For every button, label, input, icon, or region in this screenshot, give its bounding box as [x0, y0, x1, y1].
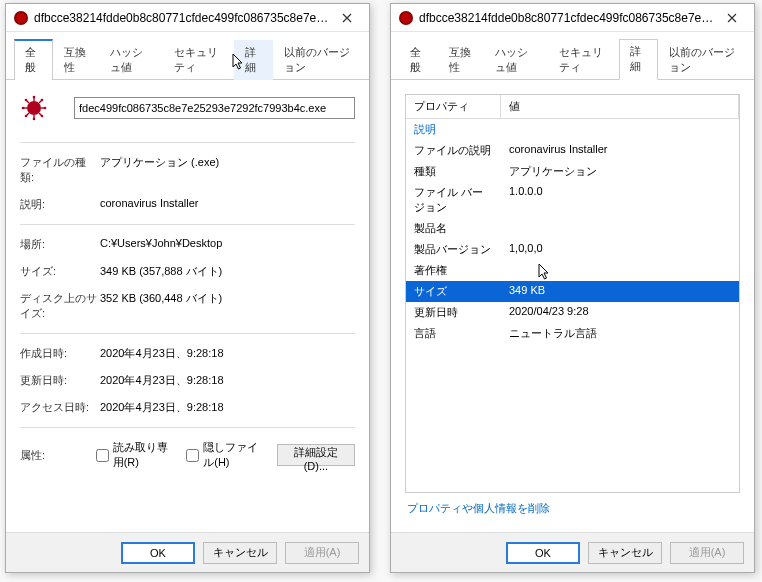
- tab-security[interactable]: セキュリティ: [548, 40, 620, 80]
- label-modified: 更新日時:: [20, 373, 100, 388]
- dialog-footer: OK キャンセル 適用(A): [391, 532, 754, 572]
- tab-prev[interactable]: 以前のバージョン: [658, 40, 746, 80]
- label-sizeondisk: ディスク上のサイズ:: [20, 291, 100, 321]
- window-title: dfbcce38214fdde0b8c80771cfdec499fc086735…: [419, 11, 714, 25]
- svg-point-0: [27, 101, 41, 115]
- close-button[interactable]: [714, 6, 750, 30]
- row-product[interactable]: 製品名: [406, 218, 739, 239]
- virus-icon: [21, 95, 47, 121]
- section-description: 説明: [406, 119, 739, 140]
- row-file-desc[interactable]: ファイルの説明coronavirus Installer: [406, 140, 739, 161]
- app-icon: [399, 11, 413, 25]
- window-title: dfbcce38214fdde0b8c80771cfdec499fc086735…: [34, 11, 329, 25]
- col-property[interactable]: プロパティ: [406, 95, 501, 118]
- label-accessed: アクセス日時:: [20, 400, 100, 415]
- svg-point-10: [33, 118, 36, 121]
- checkbox-hidden[interactable]: 隠しファイル(H): [186, 440, 267, 470]
- svg-point-9: [33, 96, 36, 99]
- label-location: 場所:: [20, 237, 100, 252]
- value-sizeondisk: 352 KB (360,448 バイト): [100, 291, 355, 321]
- svg-point-14: [41, 115, 44, 118]
- tab-general[interactable]: 全般: [14, 39, 53, 80]
- label-desc: 説明:: [20, 197, 100, 212]
- tab-bar: 全般 互換性 ハッシュ値 セキュリティ 詳細 以前のバージョン: [6, 32, 369, 80]
- tab-compat[interactable]: 互換性: [53, 40, 100, 80]
- tab-compat[interactable]: 互換性: [438, 40, 485, 80]
- col-value[interactable]: 値: [501, 95, 739, 118]
- value-location: C:¥Users¥John¥Desktop: [100, 237, 355, 252]
- label-size: サイズ:: [20, 264, 100, 279]
- filename-input[interactable]: [74, 97, 355, 119]
- tab-general[interactable]: 全般: [399, 40, 438, 80]
- label-attrs: 属性:: [20, 448, 86, 463]
- tab-details[interactable]: 詳細: [619, 39, 658, 80]
- svg-point-16: [25, 115, 28, 118]
- ok-button[interactable]: OK: [121, 542, 195, 564]
- details-grid[interactable]: プロパティ 値 説明 ファイルの説明coronavirus Installer …: [405, 94, 740, 493]
- value-size: 349 KB (357,888 バイト): [100, 264, 355, 279]
- value-accessed: 2020年4月23日、9:28:18: [100, 400, 355, 415]
- ok-button[interactable]: OK: [506, 542, 580, 564]
- tab-bar: 全般 互換性 ハッシュ値 セキュリティ 詳細 以前のバージョン: [391, 32, 754, 80]
- apply-button[interactable]: 適用(A): [285, 542, 359, 564]
- value-created: 2020年4月23日、9:28:18: [100, 346, 355, 361]
- label-filetype: ファイルの種類:: [20, 155, 100, 185]
- properties-dialog-details: dfbcce38214fdde0b8c80771cfdec499fc086735…: [390, 3, 755, 573]
- cancel-button[interactable]: キャンセル: [203, 542, 277, 564]
- close-icon: [727, 13, 737, 23]
- cancel-button[interactable]: キャンセル: [588, 542, 662, 564]
- advanced-button[interactable]: 詳細設定(D)...: [277, 444, 355, 466]
- svg-point-12: [44, 107, 47, 110]
- remove-properties-link[interactable]: プロパティや個人情報を削除: [405, 493, 740, 524]
- value-filetype: アプリケーション (.exe): [100, 155, 355, 185]
- row-updated[interactable]: 更新日時2020/04/23 9:28: [406, 302, 739, 323]
- details-body: プロパティ 値 説明 ファイルの説明coronavirus Installer …: [391, 80, 754, 532]
- value-modified: 2020年4月23日、9:28:18: [100, 373, 355, 388]
- label-created: 作成日時:: [20, 346, 100, 361]
- row-size[interactable]: サイズ349 KB: [406, 281, 739, 302]
- properties-dialog-general: dfbcce38214fdde0b8c80771cfdec499fc086735…: [5, 3, 370, 573]
- checkbox-hidden-label: 隠しファイル(H): [203, 440, 267, 470]
- svg-point-13: [25, 99, 28, 102]
- checkbox-readonly-label: 読み取り専用(R): [113, 440, 177, 470]
- general-body: ファイルの種類:アプリケーション (.exe) 説明:coronavirus I…: [6, 80, 369, 532]
- apply-button[interactable]: 適用(A): [670, 542, 744, 564]
- close-button[interactable]: [329, 6, 365, 30]
- titlebar: dfbcce38214fdde0b8c80771cfdec499fc086735…: [391, 4, 754, 32]
- titlebar: dfbcce38214fdde0b8c80771cfdec499fc086735…: [6, 4, 369, 32]
- row-prodver[interactable]: 製品バージョン1,0,0,0: [406, 239, 739, 260]
- row-lang[interactable]: 言語ニュートラル言語: [406, 323, 739, 344]
- checkbox-readonly[interactable]: 読み取り専用(R): [96, 440, 177, 470]
- tab-details[interactable]: 詳細: [234, 40, 273, 80]
- tab-prev[interactable]: 以前のバージョン: [273, 40, 361, 80]
- file-type-icon: [20, 94, 48, 122]
- tab-security[interactable]: セキュリティ: [163, 40, 235, 80]
- svg-point-11: [22, 107, 25, 110]
- svg-point-15: [41, 99, 44, 102]
- row-copyright[interactable]: 著作権: [406, 260, 739, 281]
- close-icon: [342, 13, 352, 23]
- tab-hash[interactable]: ハッシュ値: [99, 40, 162, 80]
- app-icon: [14, 11, 28, 25]
- tab-hash[interactable]: ハッシュ値: [484, 40, 547, 80]
- value-desc: coronavirus Installer: [100, 197, 355, 212]
- row-filever[interactable]: ファイル バージョン1.0.0.0: [406, 182, 739, 218]
- grid-header: プロパティ 値: [406, 95, 739, 119]
- row-kind[interactable]: 種類アプリケーション: [406, 161, 739, 182]
- dialog-footer: OK キャンセル 適用(A): [6, 532, 369, 572]
